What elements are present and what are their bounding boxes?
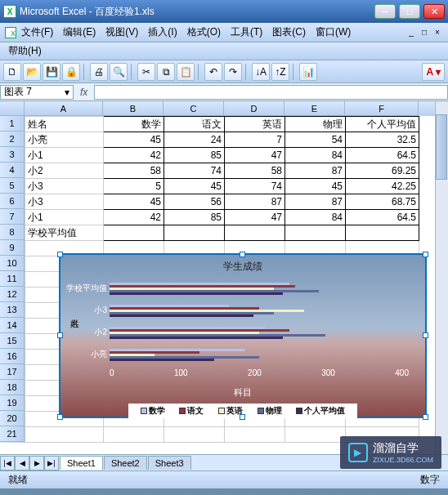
row-header[interactable]: 3 [0, 147, 25, 163]
menu-edit[interactable]: 编辑(E) [58, 24, 101, 41]
doc-minimize-button[interactable]: _ [405, 27, 417, 38]
redo-icon[interactable]: ↷ [224, 63, 242, 81]
row-header[interactable]: 2 [0, 132, 25, 147]
cell[interactable]: 42 [104, 210, 164, 225]
cell[interactable]: 小亮 [25, 132, 104, 148]
cell[interactable]: 68.75 [346, 194, 419, 210]
select-all-corner[interactable] [0, 101, 25, 116]
cell[interactable] [225, 225, 285, 241]
row-header[interactable]: 9 [0, 240, 25, 256]
cut-icon[interactable]: ✂ [137, 63, 155, 81]
copy-icon[interactable]: ⧉ [157, 63, 175, 81]
cell[interactable] [25, 427, 104, 443]
paste-icon[interactable]: 📋 [177, 63, 195, 81]
cell[interactable]: 64.5 [346, 210, 419, 225]
cell[interactable]: 学校平均值 [25, 225, 104, 241]
doc-close-button[interactable]: × [432, 27, 443, 38]
maximize-button[interactable]: □ [399, 4, 420, 19]
cell[interactable]: 45 [104, 132, 164, 148]
cell[interactable]: 69.25 [346, 163, 419, 179]
cell[interactable]: 5 [104, 179, 164, 194]
cell[interactable] [104, 427, 164, 443]
cell[interactable]: 74 [225, 179, 285, 194]
cell[interactable]: 7 [225, 132, 285, 148]
cell[interactable]: 45 [164, 179, 225, 194]
doc-restore-button[interactable]: □ [419, 27, 430, 38]
cell[interactable] [225, 427, 285, 443]
cell[interactable] [164, 427, 225, 443]
chart-object[interactable]: 学生成绩 姓名 学校平均值 小3 [59, 253, 427, 418]
cell[interactable]: 42 [104, 148, 164, 163]
menu-view[interactable]: 视图(V) [101, 24, 143, 41]
cell[interactable]: 32.5 [346, 132, 419, 148]
row-header[interactable]: 1 [0, 116, 25, 132]
cell[interactable]: 小1 [25, 148, 104, 163]
close-button[interactable]: ✕ [423, 4, 445, 19]
permissions-icon[interactable]: 🔒 [62, 63, 80, 81]
cell[interactable]: 英语 [225, 117, 285, 132]
sheet-tab-3[interactable]: Sheet3 [148, 456, 191, 470]
cell[interactable]: 87 [225, 194, 285, 210]
cell[interactable]: 85 [164, 148, 225, 163]
minimize-button[interactable]: ─ [374, 4, 396, 19]
cell[interactable]: 个人平均值 [346, 117, 419, 132]
sheet-tab-2[interactable]: Sheet2 [104, 456, 147, 470]
col-header-E[interactable]: E [284, 101, 345, 116]
vertical-scrollbar[interactable] [435, 101, 448, 454]
row-header[interactable]: 18 [0, 380, 25, 395]
cell[interactable]: 42.25 [346, 179, 419, 194]
cell[interactable]: 姓名 [25, 117, 104, 132]
cell[interactable]: 24 [164, 132, 225, 148]
tab-next-icon[interactable]: ▶ [29, 456, 44, 470]
cell[interactable]: 58 [104, 163, 164, 179]
menu-file[interactable]: 文件(F) [16, 24, 58, 41]
col-header-B[interactable]: B [103, 101, 164, 116]
fx-label[interactable]: fx [74, 87, 94, 98]
chart-x-axis-label[interactable]: 科目 [60, 386, 425, 399]
cell[interactable]: 74 [164, 163, 225, 179]
cell[interactable]: 56 [164, 194, 225, 210]
cell[interactable]: 小1 [25, 210, 104, 225]
chart-title[interactable]: 学生成绩 [60, 255, 425, 279]
row-header[interactable]: 8 [0, 225, 25, 240]
cell[interactable] [346, 225, 419, 241]
name-box[interactable]: 图表 7 ▾ [0, 85, 74, 100]
row-header[interactable]: 13 [0, 302, 25, 318]
row-header[interactable]: 11 [0, 271, 25, 287]
cell[interactable]: 84 [285, 148, 346, 163]
new-icon[interactable]: 🗋 [3, 63, 21, 81]
col-header-A[interactable]: A [25, 101, 103, 116]
row-header[interactable]: 10 [0, 256, 25, 271]
sort-asc-icon[interactable]: ↓A [252, 63, 270, 81]
row-header[interactable]: 21 [0, 426, 25, 442]
col-header-D[interactable]: D [224, 101, 284, 116]
cell[interactable]: 87 [285, 163, 346, 179]
cell[interactable]: 45 [104, 194, 164, 210]
chart-icon[interactable]: 📊 [299, 63, 317, 81]
col-header-F[interactable]: F [345, 101, 419, 116]
row-header[interactable]: 7 [0, 209, 25, 225]
row-header[interactable]: 4 [0, 163, 25, 178]
tab-prev-icon[interactable]: ◀ [15, 456, 29, 470]
col-header-C[interactable]: C [164, 101, 224, 116]
font-color-button[interactable]: A ▾ [422, 63, 445, 81]
cell[interactable]: 87 [285, 194, 346, 210]
preview-icon[interactable]: 🔍 [110, 63, 128, 81]
cell[interactable]: 小3 [25, 194, 104, 210]
row-header[interactable]: 17 [0, 364, 25, 380]
cell[interactable]: 85 [164, 210, 225, 225]
scrollbar-thumb[interactable] [436, 114, 447, 180]
file-menu-icon[interactable]: X [5, 27, 16, 38]
chart-plot-area[interactable]: 学校平均值 小3 小2 [110, 279, 409, 368]
formula-input[interactable] [94, 85, 448, 100]
menu-window[interactable]: 窗口(W) [311, 24, 356, 41]
cell[interactable]: 小2 [25, 163, 104, 179]
print-icon[interactable]: 🖨 [90, 63, 108, 81]
cell[interactable]: 47 [225, 148, 285, 163]
cell[interactable]: 84 [285, 210, 346, 225]
tab-last-icon[interactable]: ▶| [44, 456, 59, 470]
cell[interactable]: 数学 [104, 117, 164, 132]
cell[interactable]: 58 [225, 163, 285, 179]
menu-format[interactable]: 格式(O) [182, 24, 226, 41]
cell[interactable] [164, 225, 225, 241]
